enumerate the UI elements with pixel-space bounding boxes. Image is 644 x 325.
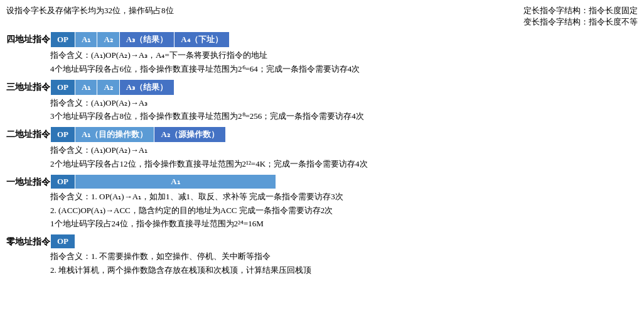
instr-table-3: OPA₁ [50, 174, 276, 189]
section-label-2: 二地址指令 [6, 126, 50, 140]
desc-line: 2. (ACC)OP(A₁)→ACC，隐含约定的目的地址为ACC 完成一条指令需… [50, 204, 638, 218]
desc-line: 指令含义：1. 不需要操作数，如空操作、停机、关中断等指令 [50, 250, 638, 263]
instr-table-0: OPA₁A₂A₃（结果）A₄（下址） [50, 31, 230, 48]
cell-0-0: OP [51, 32, 75, 48]
cell-1-1: A₁ [75, 79, 97, 95]
section-content-4: OP指令含义：1. 不需要操作数，如空操作、停机、关中断等指令 2. 堆栈计算机… [50, 234, 638, 278]
section-content-0: OPA₁A₂A₃（结果）A₄（下址）指令含义：(A₁)OP(A₂)→A₃，A₄=… [50, 31, 638, 77]
section-label-3: 一地址指令 [6, 174, 50, 188]
desc-line: 指令含义：(A₁)OP(A₂)→A₃ [50, 97, 638, 110]
cell-3-1: A₁ [75, 174, 276, 189]
section-2: 二地址指令OPA₁（目的操作数）A₂（源操作数）指令含义：(A₁)OP(A₂)→… [6, 126, 638, 172]
top-info: 设指令字长及存储字长均为32位，操作码占8位 定长指令字结构：指令长度固定 变长… [6, 5, 638, 28]
desc-0: 指令含义：(A₁)OP(A₂)→A₃，A₄=下一条将要执行指令的地址4个地址码字… [50, 49, 638, 76]
desc-line: 2个地址码字段各占12位，指令操作数直接寻址范围为2¹²=4K；完成一条指令需要… [50, 158, 638, 171]
section-1: 三地址指令OPA₁A₂A₃（结果）指令含义：(A₁)OP(A₂)→A₃3个地址码… [6, 79, 638, 124]
section-content-1: OPA₁A₂A₃（结果）指令含义：(A₁)OP(A₂)→A₃3个地址码字段各占8… [50, 79, 638, 124]
instr-table-2: OPA₁（目的操作数）A₂（源操作数） [50, 126, 226, 143]
desc-line: 指令含义：1. OP(A₁)→A₁，如加1、减1、取反、求补等 完成一条指令需要… [50, 190, 638, 204]
section-label-1: 三地址指令 [6, 79, 50, 93]
section-content-2: OPA₁（目的操作数）A₂（源操作数）指令含义：(A₁)OP(A₂)→A₁2个地… [50, 126, 638, 172]
desc-line: 1个地址码字段占24位，指令操作数直接寻址范围为2²⁴=16M [50, 218, 638, 231]
cell-1-3: A₃（结果） [119, 79, 174, 95]
desc-2: 指令含义：(A₁)OP(A₂)→A₁2个地址码字段各占12位，指令操作数直接寻址… [50, 144, 638, 171]
cell-0-2: A₂ [97, 32, 119, 48]
desc-line: 2. 堆栈计算机，两个操作数隐含存放在栈顶和次栈顶，计算结果压回栈顶 [50, 264, 638, 277]
section-content-3: OPA₁指令含义：1. OP(A₁)→A₁，如加1、减1、取反、求补等 完成一条… [50, 174, 638, 231]
section-label-4: 零地址指令 [6, 234, 50, 248]
section-0: 四地址指令OPA₁A₂A₃（结果）A₄（下址）指令含义：(A₁)OP(A₂)→A… [6, 31, 638, 77]
desc-line: 指令含义：(A₁)OP(A₂)→A₃，A₄=下一条将要执行指令的地址 [50, 49, 638, 62]
top-left-text: 设指令字长及存储字长均为32位，操作码占8位 [6, 5, 174, 28]
top-right-text: 定长指令字结构：指令长度固定 变长指令字结构：指令长度不等 [424, 5, 638, 28]
right-line2: 变长指令字结构：指令长度不等 [424, 16, 638, 28]
cell-0-1: A₁ [75, 32, 97, 48]
cell-3-0: OP [51, 174, 75, 189]
desc-1: 指令含义：(A₁)OP(A₂)→A₃3个地址码字段各占8位，指令操作数直接寻址范… [50, 97, 638, 124]
desc-line: 3个地址码字段各占8位，指令操作数直接寻址范围为2⁸=256；完成一条指令需要访… [50, 110, 638, 123]
cell-2-0: OP [51, 127, 75, 143]
right-line1: 定长指令字结构：指令长度固定 [424, 5, 638, 16]
cell-1-2: A₂ [97, 79, 119, 95]
section-3: 一地址指令OPA₁指令含义：1. OP(A₁)→A₁，如加1、减1、取反、求补等… [6, 174, 638, 231]
cell-1-0: OP [51, 79, 75, 95]
cell-0-3: A₃（结果） [119, 32, 174, 48]
section-label-0: 四地址指令 [6, 31, 50, 45]
cell-4-0: OP [51, 234, 75, 249]
desc-line: 4个地址码字段各占6位，指令操作数直接寻址范围为2⁶=64；完成一条指令需要访存… [50, 63, 638, 76]
cell-0-4: A₄（下址） [174, 32, 229, 48]
instr-table-4: OP [50, 234, 75, 249]
cell-2-2: A₂（源操作数） [154, 127, 225, 143]
desc-3: 指令含义：1. OP(A₁)→A₁，如加1、减1、取反、求补等 完成一条指令需要… [50, 190, 638, 231]
desc-4: 指令含义：1. 不需要操作数，如空操作、停机、关中断等指令 2. 堆栈计算机，两… [50, 250, 638, 277]
desc-line: 指令含义：(A₁)OP(A₂)→A₁ [50, 144, 638, 157]
cell-2-1: A₁（目的操作数） [75, 127, 154, 143]
instr-table-1: OPA₁A₂A₃（结果） [50, 79, 174, 96]
section-4: 零地址指令OP指令含义：1. 不需要操作数，如空操作、停机、关中断等指令 2. … [6, 234, 638, 278]
